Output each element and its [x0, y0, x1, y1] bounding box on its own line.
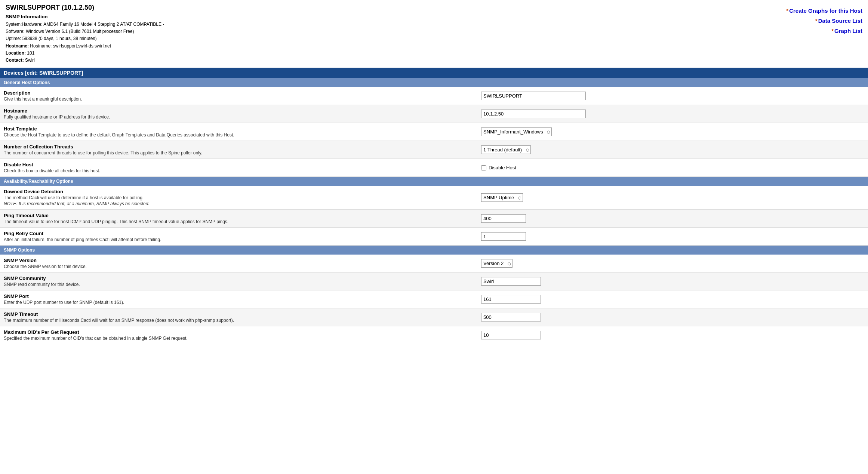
ping-retry-label-cell: Ping Retry Count After an initial failur… — [0, 228, 477, 246]
host-template-input-cell: SNMP_Informant_Windows — [477, 123, 868, 141]
hostname-input[interactable] — [481, 110, 586, 118]
description-desc: Give this host a meaningful description. — [4, 96, 474, 102]
collection-threads-select[interactable]: 1 Thread (default) — [481, 145, 531, 154]
max-oids-label: Maximum OID's Per Get Request — [4, 329, 474, 335]
ping-timeout-input[interactable] — [481, 214, 526, 223]
snmp-section-title: SNMP Information — [6, 14, 164, 19]
data-source-list-link[interactable]: Data Source List — [786, 16, 862, 26]
snmp-line-6: Contact: Swirl — [6, 57, 164, 64]
table-row: Downed Device Detection The method Cacti… — [0, 186, 868, 210]
host-template-desc: Choose the Host Template to use to defin… — [4, 132, 474, 138]
snmp-port-desc: Enter the UDP port number to use for SNM… — [4, 300, 474, 305]
hostname-label-cell: Hostname Fully qualified hostname or IP … — [0, 105, 477, 123]
snmp-community-input-cell — [477, 273, 868, 290]
general-options-header: General Host Options — [0, 78, 868, 87]
table-row: SNMP Version Choose the SNMP version for… — [0, 255, 868, 273]
collection-threads-select-wrapper: 1 Thread (default) — [481, 145, 531, 154]
ping-timeout-label: Ping Timeout Value — [4, 213, 474, 218]
ping-retry-desc: After an initial failure, the number of … — [4, 237, 474, 242]
snmp-version-select-wrapper: Version 2 — [481, 259, 513, 268]
max-oids-label-cell: Maximum OID's Per Get Request Specified … — [0, 326, 477, 344]
graph-list-link[interactable]: Graph List — [786, 26, 862, 36]
create-graphs-link[interactable]: Create Graphs for this Host — [786, 6, 862, 16]
disable-host-label-cell: Disable Host Check this box to disable a… — [0, 159, 477, 177]
hostname-desc: Fully qualified hostname or IP address f… — [4, 114, 474, 120]
snmp-line-5: Location: 101 — [6, 50, 164, 57]
table-row: Hostname Fully qualified hostname or IP … — [0, 105, 868, 123]
snmp-line-1: System:Hardware: AMD64 Family 16 Model 4… — [6, 21, 164, 28]
disable-host-label: Disable Host — [4, 162, 474, 167]
downed-detection-desc: The method Cacti will use to determine i… — [4, 195, 474, 200]
disable-host-checkbox-label: Disable Host — [481, 165, 864, 170]
table-row: SNMP Timeout The maximum number of milli… — [0, 308, 868, 326]
ping-retry-input[interactable] — [481, 232, 526, 241]
table-row: Ping Retry Count After an initial failur… — [0, 228, 868, 246]
snmp-timeout-input[interactable] — [481, 313, 541, 321]
downed-detection-label-cell: Downed Device Detection The method Cacti… — [0, 186, 477, 210]
table-row: SNMP Port Enter the UDP port number to u… — [0, 290, 868, 308]
table-row: Maximum OID's Per Get Request Specified … — [0, 326, 868, 344]
general-options-table: Description Give this host a meaningful … — [0, 87, 868, 177]
availability-options-header: Availability/Reachability Options — [0, 177, 868, 186]
ping-timeout-label-cell: Ping Timeout Value The timeout value to … — [0, 210, 477, 228]
ping-timeout-desc: The timeout value to use for host ICMP a… — [4, 219, 474, 224]
max-oids-input[interactable] — [481, 331, 541, 339]
snmp-line-3: Uptime: 593938 (0 days, 1 hours, 38 minu… — [6, 35, 164, 42]
snmp-community-input[interactable] — [481, 277, 541, 286]
snmp-options-table: SNMP Version Choose the SNMP version for… — [0, 255, 868, 344]
snmp-line-4: Hostname: Hostname: swirlsupport.swirl-d… — [6, 43, 164, 50]
snmp-community-label: SNMP Community — [4, 276, 474, 281]
description-input[interactable] — [481, 92, 586, 100]
snmp-community-label-cell: SNMP Community SNMP read community for t… — [0, 273, 477, 290]
table-row: Description Give this host a meaningful … — [0, 87, 868, 105]
snmp-port-input-cell — [477, 290, 868, 308]
snmp-timeout-label-cell: SNMP Timeout The maximum number of milli… — [0, 308, 477, 326]
description-label: Description — [4, 90, 474, 96]
ping-timeout-input-cell — [477, 210, 868, 228]
table-row: Host Template Choose the Host Template t… — [0, 123, 868, 141]
snmp-timeout-input-cell — [477, 308, 868, 326]
table-row: SNMP Community SNMP read community for t… — [0, 273, 868, 290]
table-row: Ping Timeout Value The timeout value to … — [0, 210, 868, 228]
table-row: Disable Host Check this box to disable a… — [0, 159, 868, 177]
page-title: SWIRLSUPPORT (10.1.2.50) — [6, 4, 164, 12]
snmp-community-desc: SNMP read community for this device. — [4, 282, 474, 287]
snmp-version-select[interactable]: Version 2 — [481, 259, 513, 268]
host-info: SWIRLSUPPORT (10.1.2.50) SNMP Informatio… — [6, 4, 164, 64]
max-oids-desc: Specified the maximum number of OID's th… — [4, 336, 474, 341]
snmp-line-2: Software: Windows Version 6.1 (Build 760… — [6, 28, 164, 35]
collection-threads-input-cell: 1 Thread (default) — [477, 141, 868, 159]
host-template-select[interactable]: SNMP_Informant_Windows — [481, 127, 552, 136]
availability-options-table: Downed Device Detection The method Cacti… — [0, 186, 868, 246]
disable-host-checkbox-text: Disable Host — [489, 165, 516, 170]
collection-threads-label-cell: Number of Collection Threads The number … — [0, 141, 477, 159]
quick-links: Create Graphs for this Host Data Source … — [786, 4, 862, 64]
snmp-version-label-cell: SNMP Version Choose the SNMP version for… — [0, 255, 477, 273]
downed-detection-label: Downed Device Detection — [4, 189, 474, 194]
downed-detection-select[interactable]: SNMP Uptime — [481, 193, 523, 202]
collection-threads-desc: The number of concurrent threads to use … — [4, 150, 474, 156]
devices-header: Devices [edit: SWIRLSUPPORT] — [0, 68, 868, 78]
header-section: SWIRLSUPPORT (10.1.2.50) SNMP Informatio… — [0, 0, 868, 68]
snmp-port-label: SNMP Port — [4, 293, 474, 299]
disable-host-desc: Check this box to disable all checks for… — [4, 168, 474, 173]
disable-host-input-cell: Disable Host — [477, 159, 868, 177]
ping-retry-label: Ping Retry Count — [4, 231, 474, 236]
description-input-cell — [477, 87, 868, 105]
snmp-port-label-cell: SNMP Port Enter the UDP port number to u… — [0, 290, 477, 308]
snmp-info-lines: System:Hardware: AMD64 Family 16 Model 4… — [6, 21, 164, 64]
hostname-label: Hostname — [4, 108, 474, 114]
snmp-version-input-cell: Version 2 — [477, 255, 868, 273]
description-label-cell: Description Give this host a meaningful … — [0, 87, 477, 105]
snmp-timeout-desc: The maximum number of milliseconds Cacti… — [4, 318, 474, 323]
snmp-timeout-label: SNMP Timeout — [4, 311, 474, 317]
snmp-version-label: SNMP Version — [4, 258, 474, 263]
downed-detection-select-wrapper: SNMP Uptime — [481, 193, 523, 202]
page-wrapper: SWIRLSUPPORT (10.1.2.50) SNMP Informatio… — [0, 0, 868, 474]
snmp-options-header: SNMP Options — [0, 246, 868, 255]
disable-host-checkbox[interactable] — [481, 165, 486, 170]
collection-threads-label: Number of Collection Threads — [4, 144, 474, 150]
ping-retry-input-cell — [477, 228, 868, 246]
snmp-port-input[interactable] — [481, 295, 541, 304]
host-template-label: Host Template — [4, 126, 474, 132]
